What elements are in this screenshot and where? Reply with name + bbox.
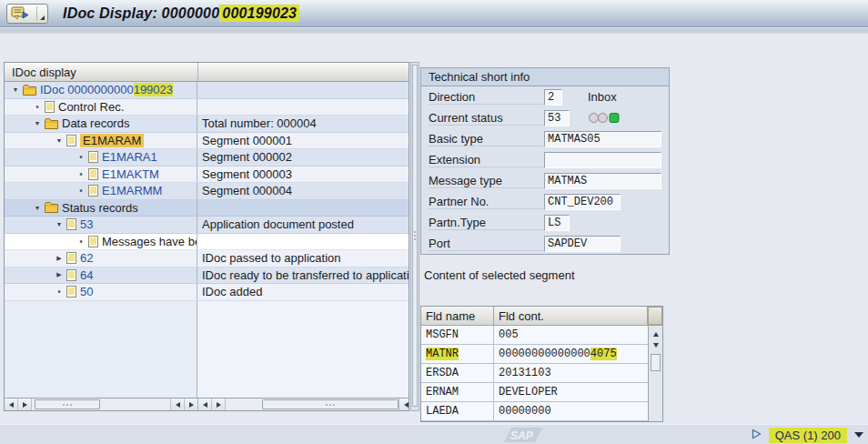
segment-row-laeda[interactable]: LAEDA00000000 bbox=[421, 402, 648, 421]
field-name-cell[interactable]: MSGFN bbox=[421, 326, 494, 344]
system-session-label[interactable]: QAS (1) 200 bbox=[769, 428, 847, 443]
tree-row-control-rec[interactable]: •Control Rec. bbox=[5, 99, 409, 116]
field-name-cell[interactable]: ERSDA bbox=[421, 364, 494, 382]
tree-node-e1marmm[interactable]: •E1MARMM bbox=[5, 183, 197, 199]
tree-label: E1MARAM bbox=[80, 134, 144, 147]
field-content-cell[interactable]: DEVELOPER bbox=[494, 383, 648, 401]
field-content-cell[interactable]: 005 bbox=[494, 326, 648, 344]
tree-label: Messages have been bbox=[102, 235, 197, 248]
tree-row-e1maram[interactable]: ▼E1MARAMSegment 000001 bbox=[5, 133, 409, 150]
scroll-up-button[interactable] bbox=[653, 332, 659, 337]
status-lights-icon bbox=[588, 112, 622, 124]
folder-icon bbox=[23, 85, 36, 96]
tree-node-status-64[interactable]: ▶64 bbox=[5, 267, 197, 284]
leaf-bullet-icon: • bbox=[76, 169, 86, 179]
tree-row-data-records[interactable]: ▼Data recordsTotal number: 000004 bbox=[5, 116, 409, 133]
status-bar: SAP QAS (1) 200 bbox=[0, 424, 868, 444]
tree-row-status-62[interactable]: ▶62IDoc passed to application bbox=[5, 250, 409, 267]
partner-no-input[interactable]: CNT_DEV200 bbox=[544, 194, 621, 210]
tree-desc-column-header bbox=[198, 63, 409, 81]
segment-row-msgfn[interactable]: MSGFN005 bbox=[421, 326, 648, 345]
scroll-track[interactable] bbox=[226, 399, 399, 410]
port-input[interactable]: SAPDEV bbox=[544, 236, 621, 252]
tree-node-e1maram[interactable]: ▼E1MARAM bbox=[5, 133, 197, 149]
tree-col-scrollbar bbox=[5, 399, 198, 410]
tree-desc bbox=[197, 82, 409, 98]
segment-row-matnr[interactable]: MATNR000000000000004075 bbox=[421, 345, 648, 364]
partn-type-input[interactable]: LS bbox=[544, 215, 570, 231]
direction-input[interactable]: 2 bbox=[544, 89, 562, 106]
scroll-track[interactable] bbox=[32, 399, 170, 410]
vertical-scroll-thumb[interactable] bbox=[412, 65, 418, 407]
scroll-left-button[interactable] bbox=[5, 399, 18, 410]
field-name-cell[interactable]: MATNR bbox=[421, 345, 494, 363]
extension-input[interactable] bbox=[544, 152, 661, 168]
tree-node-e1maktm[interactable]: •E1MAKTM bbox=[5, 166, 197, 183]
scroll-left-button[interactable] bbox=[170, 399, 184, 410]
direction-suffix-label: Inbox bbox=[588, 90, 617, 104]
tree-label: E1MARA1 bbox=[102, 150, 157, 164]
collapse-arrow-icon[interactable]: ▼ bbox=[32, 120, 43, 126]
tree-row-idoc-root[interactable]: ▼IDoc 0000000000199023 bbox=[5, 82, 409, 99]
scroll-left-button[interactable] bbox=[399, 399, 409, 410]
basic-type-input[interactable]: MATMAS05 bbox=[544, 131, 661, 147]
segment-table-corner[interactable] bbox=[648, 307, 662, 325]
tree-header: IDoc display bbox=[5, 63, 409, 82]
field-content-cell[interactable]: 000000000000004075 bbox=[494, 345, 648, 363]
message-type-input[interactable]: MATMAS bbox=[544, 173, 661, 189]
field-name-cell[interactable]: ERNAM bbox=[421, 383, 494, 401]
scroll-right-button[interactable] bbox=[184, 399, 197, 410]
tree-vertical-scrollbar[interactable] bbox=[410, 62, 419, 411]
tree-node-status-records[interactable]: ▼Status records bbox=[5, 200, 197, 217]
collapse-arrow-icon[interactable]: ▼ bbox=[54, 137, 65, 144]
desc-col-scrollbar bbox=[198, 399, 409, 410]
collapse-arrow-icon[interactable]: ▼ bbox=[32, 205, 43, 211]
scroll-thumb[interactable] bbox=[651, 354, 661, 371]
collapse-arrow-icon[interactable]: ▼ bbox=[54, 221, 65, 227]
tree-node-control-rec[interactable]: •Control Rec. bbox=[5, 99, 197, 116]
tree-row-e1marmm[interactable]: •E1MARMMSegment 000004 bbox=[5, 183, 409, 200]
services-for-object-button[interactable] bbox=[6, 4, 48, 24]
status-dropdown-icon[interactable] bbox=[854, 432, 863, 438]
groupbox-title: Technical short info bbox=[421, 68, 669, 86]
button-divider bbox=[36, 6, 37, 21]
tree-desc: IDoc passed to application bbox=[197, 250, 409, 267]
expand-arrow-icon[interactable]: ▶ bbox=[54, 255, 65, 262]
tree-node-e1mara1[interactable]: •E1MARA1 bbox=[5, 149, 197, 166]
field-label: Message type bbox=[429, 173, 544, 188]
tree-desc bbox=[197, 200, 409, 217]
tree-node-status-53[interactable]: ▼53 bbox=[5, 217, 197, 233]
tree-row-status-64[interactable]: ▶64IDoc ready to be transferred to appli… bbox=[5, 267, 409, 285]
tree-node-idoc-root[interactable]: ▼IDoc 0000000000199023 bbox=[5, 82, 197, 98]
collapse-arrow-icon[interactable]: ▼ bbox=[10, 86, 21, 93]
tree-label: 50 bbox=[80, 285, 93, 298]
tree-label: Control Rec. bbox=[58, 100, 124, 114]
tree-row-e1mara1[interactable]: •E1MARA1Segment 000002 bbox=[5, 149, 409, 166]
scroll-thumb[interactable] bbox=[35, 399, 100, 409]
field-label: Extension bbox=[429, 152, 544, 167]
scroll-left-button[interactable] bbox=[198, 399, 212, 410]
scroll-right-button[interactable] bbox=[212, 399, 226, 410]
tree-row-messages[interactable]: •Messages have been bbox=[5, 234, 409, 251]
tree-row-status-50[interactable]: •50IDoc added bbox=[5, 284, 409, 301]
segment-row-ernam[interactable]: ERNAMDEVELOPER bbox=[421, 383, 648, 402]
tree-row-e1maktm[interactable]: •E1MAKTMSegment 000003 bbox=[5, 166, 409, 184]
expand-arrow-icon[interactable]: ▶ bbox=[54, 271, 65, 278]
scroll-down-button[interactable] bbox=[653, 343, 659, 348]
technical-short-info-box: Technical short info Direction2InboxCurr… bbox=[420, 67, 670, 255]
current-status-input[interactable]: 53 bbox=[544, 110, 570, 126]
tree-row-status-records[interactable]: ▼Status records bbox=[5, 200, 409, 217]
field-content-cell[interactable]: 20131103 bbox=[494, 364, 648, 382]
tree-row-status-53[interactable]: ▼53Application document posted bbox=[5, 217, 409, 234]
segment-row-ersda[interactable]: ERSDA20131103 bbox=[421, 364, 648, 383]
tree-node-data-records[interactable]: ▼Data records bbox=[5, 116, 197, 132]
scroll-right-button[interactable] bbox=[18, 399, 32, 410]
tree-node-status-50[interactable]: •50 bbox=[5, 284, 197, 300]
field-label: Partn.Type bbox=[429, 215, 544, 230]
tree-node-status-62[interactable]: ▶62 bbox=[5, 250, 197, 267]
scroll-thumb[interactable] bbox=[262, 399, 399, 409]
tree-node-messages[interactable]: •Messages have been bbox=[5, 234, 197, 250]
expand-status-icon[interactable] bbox=[751, 429, 762, 442]
field-name-cell[interactable]: LAEDA bbox=[421, 402, 494, 420]
field-content-cell[interactable]: 00000000 bbox=[494, 402, 648, 420]
